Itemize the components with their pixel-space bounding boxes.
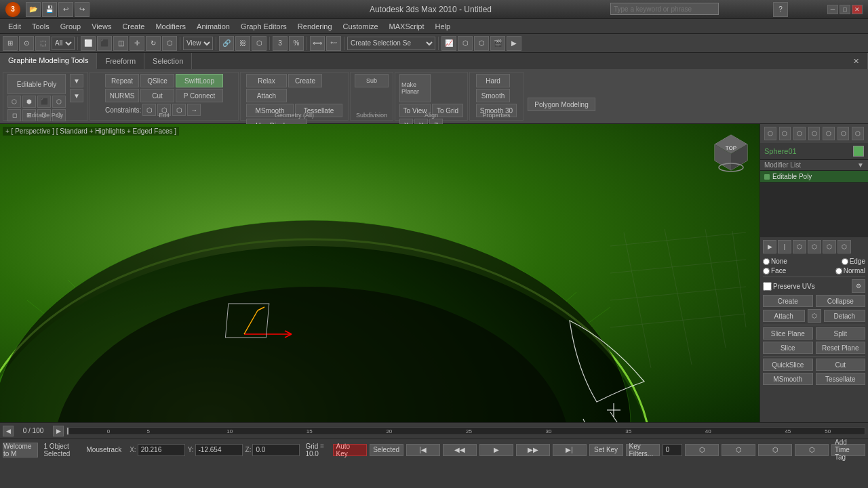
rp-radio-normal[interactable]: Normal <box>835 267 865 274</box>
frame-number-field[interactable]: 0 <box>663 444 682 456</box>
mirror-btn[interactable]: ⟺ <box>310 36 325 51</box>
rp-msmooth-btn[interactable]: MSmooth <box>763 373 813 385</box>
tab-close[interactable]: ✕ <box>845 53 868 69</box>
ribbon-btn-c3[interactable]: ⬡ <box>172 104 186 116</box>
rp-mode-1[interactable]: ▶ <box>763 240 776 253</box>
ribbon-btn-attach[interactable]: Attach <box>246 89 287 102</box>
ribbon-btn-relax[interactable]: Relax <box>246 74 287 87</box>
ribbon-btn-qslice[interactable]: QSlice <box>140 74 174 87</box>
rp-mode-5[interactable]: ⬡ <box>823 240 836 253</box>
y-coord-field[interactable]: -12.654 <box>195 444 243 456</box>
ribbon-btn-create-geo[interactable]: Create <box>288 74 322 87</box>
next-key-btn[interactable]: ▶▶ <box>516 444 550 456</box>
schematic-view-btn[interactable]: ⬡ <box>458 36 473 51</box>
menu-edit[interactable]: Edit <box>3 21 26 32</box>
object-color-swatch[interactable] <box>853 146 864 157</box>
ribbon-btn-ep2[interactable]: ⬢ <box>22 96 36 108</box>
polygon-modeling-btn[interactable]: Polygon Modeling <box>528 98 595 111</box>
selected-dropdown[interactable]: Selected <box>370 444 403 456</box>
rp-radio-face-input[interactable] <box>763 268 770 274</box>
rp-attach-btn[interactable]: Attach <box>763 310 805 322</box>
ribbon-btn-ep3[interactable]: ⬛ <box>37 96 51 108</box>
selection-mode-btn[interactable]: ⊞ <box>3 36 18 51</box>
menu-group[interactable]: Group <box>55 21 87 32</box>
tab-selection[interactable]: Selection <box>144 53 192 69</box>
curve-editor-btn[interactable]: 📈 <box>441 36 456 51</box>
create-selection-select[interactable]: Create Selection Se <box>347 37 435 50</box>
search-input[interactable] <box>610 3 719 15</box>
rp-slice-plane-btn[interactable]: Slice Plane <box>763 327 813 340</box>
prev-frame-btn[interactable]: |◀ <box>406 444 440 456</box>
ribbon-btn-c4[interactable]: → <box>187 104 201 116</box>
percent-snap-btn[interactable]: % <box>289 36 304 51</box>
tl-prev-btn[interactable]: ◀ <box>3 426 14 436</box>
ribbon-btn-nurms[interactable]: NURMS <box>105 89 139 102</box>
rp-icon-6[interactable]: ⬡ <box>837 127 850 140</box>
rp-icon-5[interactable]: ⬡ <box>823 127 835 140</box>
rp-slice-btn[interactable]: Slice <box>763 342 813 354</box>
save-btn[interactable]: 💾 <box>42 2 57 17</box>
ribbon-btn-make-planar[interactable]: Make Planar <box>399 74 431 102</box>
scale-btn[interactable]: ⬡ <box>162 36 177 51</box>
menu-modifiers[interactable]: Modifiers <box>150 21 191 32</box>
vp-btn-4[interactable]: ⬡ <box>795 444 829 456</box>
rp-icon-7[interactable]: ⬡ <box>852 127 864 140</box>
rp-mode-4[interactable]: ⬡ <box>808 240 821 253</box>
link-btn[interactable]: 🔗 <box>219 36 234 51</box>
auto-key-btn[interactable]: Auto Key <box>333 444 367 456</box>
ribbon-btn-hard[interactable]: Hard <box>476 74 510 87</box>
menu-customize[interactable]: Customize <box>338 21 384 32</box>
menu-create[interactable]: Create <box>117 21 150 32</box>
align-btn[interactable]: ⬳ <box>326 36 341 51</box>
redo-btn[interactable]: ↪ <box>75 2 90 17</box>
quick-render-btn[interactable]: ▶ <box>507 36 521 51</box>
play-btn[interactable]: ▶ <box>479 444 513 456</box>
next-frame-btn[interactable]: ▶| <box>553 444 587 456</box>
unlink-btn[interactable]: ⛓ <box>235 36 250 51</box>
rp-mode-2[interactable]: | <box>778 240 791 253</box>
rp-cut-btn[interactable]: Cut <box>816 359 866 371</box>
render-scene-btn[interactable]: 🎬 <box>490 36 505 51</box>
vp-btn-1[interactable]: ⬡ <box>685 444 719 456</box>
rp-reset-plane-btn[interactable]: Reset Plane <box>816 342 866 354</box>
lasso-btn[interactable]: ⊙ <box>19 36 34 51</box>
ribbon-btn-subdivision[interactable]: Sub <box>355 74 389 87</box>
help-btn[interactable]: ? <box>773 2 788 17</box>
preserve-uvs-checkbox[interactable] <box>763 282 772 291</box>
prev-key-btn[interactable]: ◀◀ <box>443 444 477 456</box>
rp-radio-normal-input[interactable] <box>835 268 842 274</box>
minimize-btn[interactable]: ─ <box>827 5 838 14</box>
nav-cube[interactable]: TOP <box>708 129 754 176</box>
lasso-region-btn[interactable]: ◫ <box>113 36 128 51</box>
bind-to-space-warp-btn[interactable]: ⬡ <box>252 36 267 51</box>
rp-radio-edge-input[interactable] <box>842 258 848 265</box>
menu-animation[interactable]: Animation <box>191 21 235 32</box>
rp-mode-6[interactable]: ⬡ <box>837 240 851 253</box>
rp-create-btn[interactable]: Create <box>763 295 813 307</box>
ribbon-btn-p-connect[interactable]: P Connect <box>176 89 223 102</box>
rp-icon-1[interactable]: ⬡ <box>764 127 776 140</box>
undo-btn[interactable]: ↩ <box>58 2 73 17</box>
modifier-entry-editable-poly[interactable]: Editable Poly <box>760 171 868 183</box>
rp-split-btn[interactable]: Split <box>816 327 866 340</box>
menu-tools[interactable]: Tools <box>26 21 55 32</box>
viewport[interactable]: + [ Perspective ] [ Standard + Highlight… <box>0 124 760 422</box>
rotate-btn[interactable]: ↻ <box>146 36 161 51</box>
rp-preserve-uvs[interactable]: Preserve UVs <box>763 282 815 291</box>
preserve-uvs-settings[interactable]: ⚙ <box>852 279 865 293</box>
select-btn[interactable]: ⬜ <box>81 36 96 51</box>
add-time-tag-btn[interactable]: Add Time Tag <box>831 444 865 456</box>
key-filters-btn[interactable]: Key Filters... <box>626 444 660 456</box>
set-key-btn[interactable]: Set Key <box>589 444 623 456</box>
move-btn[interactable]: ✛ <box>130 36 144 51</box>
angle-snap-btn[interactable]: 3 <box>273 36 288 51</box>
rp-radio-edge[interactable]: Edge <box>842 258 865 265</box>
timeline-track[interactable]: 0 5 10 15 20 25 30 35 40 45 50 <box>66 427 865 435</box>
menu-rendering[interactable]: Rendering <box>292 21 338 32</box>
ribbon-btn-ep4[interactable]: ⬡ <box>52 96 66 108</box>
ribbon-btn-editable-poly[interactable]: Editable Poly <box>7 74 66 94</box>
rp-attach-settings[interactable]: ⬡ <box>808 309 821 323</box>
rp-icon-4[interactable]: ⬡ <box>808 127 821 140</box>
vp-btn-3[interactable]: ⬡ <box>758 444 792 456</box>
x-coord-field[interactable]: 20.216 <box>138 444 185 456</box>
